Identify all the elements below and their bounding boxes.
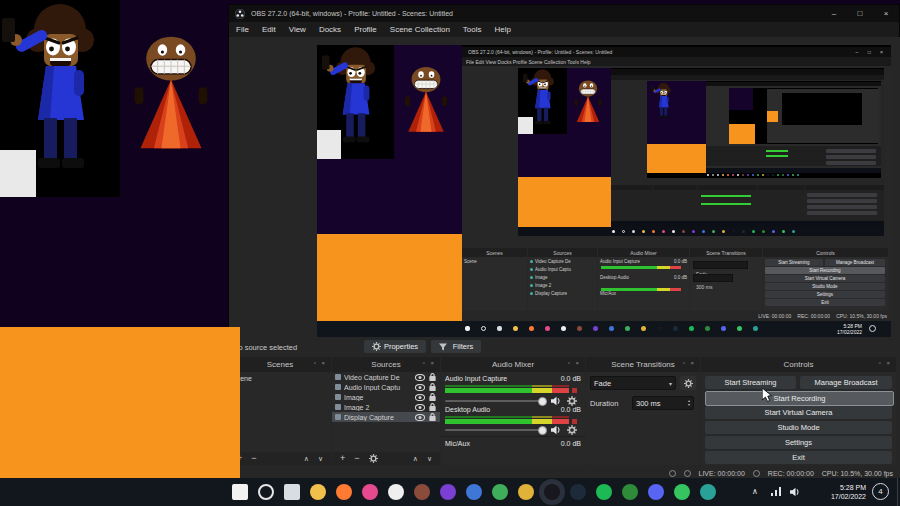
speaker-icon[interactable] bbox=[551, 425, 562, 435]
minimize-button[interactable]: – bbox=[821, 5, 847, 22]
menu-view[interactable]: View bbox=[289, 25, 306, 34]
discord-icon[interactable] bbox=[648, 484, 664, 500]
manage-broadcast-button[interactable]: Manage Broadcast bbox=[800, 376, 892, 389]
search-icon bbox=[481, 326, 486, 331]
app-brown-icon[interactable] bbox=[414, 484, 430, 500]
volume-slider[interactable] bbox=[445, 429, 545, 431]
settings-button[interactable]: Settings bbox=[705, 436, 892, 449]
search-icon bbox=[712, 174, 714, 176]
lock-icon[interactable] bbox=[428, 402, 437, 412]
taskbar-clock[interactable]: 5:28 PM 17/02/2022 bbox=[814, 483, 866, 501]
spotify-icon[interactable] bbox=[596, 484, 612, 500]
menu-scene-collection[interactable]: Scene Collection bbox=[390, 25, 450, 34]
krita-icon[interactable] bbox=[388, 484, 404, 500]
show-desktop-divider[interactable] bbox=[897, 478, 898, 506]
app-teal-icon[interactable] bbox=[700, 484, 716, 500]
app-gold-icon bbox=[762, 174, 764, 176]
transitions-header[interactable]: Scene Transitions▫ × bbox=[586, 357, 700, 372]
remove-source-icon[interactable]: − bbox=[354, 452, 359, 465]
move-scene-down-icon[interactable]: ∨ bbox=[318, 452, 323, 465]
remove-scene-icon[interactable]: − bbox=[251, 452, 256, 465]
menu-profile[interactable]: Profile bbox=[354, 25, 377, 34]
mixer-channel-name: Desktop Audio bbox=[445, 406, 490, 413]
lock-icon[interactable] bbox=[428, 372, 437, 382]
search-icon[interactable] bbox=[258, 484, 274, 500]
title-bar[interactable]: OBS 27.2.0 (64-bit, windows) - Profile: … bbox=[229, 5, 899, 22]
eye-icon[interactable] bbox=[415, 384, 425, 391]
mixer-channel-db: 0.0 dB bbox=[561, 440, 581, 447]
source-row[interactable]: Video Capture De bbox=[332, 372, 440, 382]
dock-options-icon[interactable]: ▫ × bbox=[423, 360, 436, 366]
volume-slider[interactable] bbox=[445, 400, 545, 402]
channel-settings-gear-icon[interactable] bbox=[567, 425, 577, 435]
firefox-icon[interactable] bbox=[336, 484, 352, 500]
task-view-icon[interactable] bbox=[284, 484, 300, 500]
controls-header[interactable]: Controls▫ × bbox=[701, 357, 896, 372]
exit-button[interactable]: Exit bbox=[705, 451, 892, 464]
start-streaming-button[interactable]: Start Streaming bbox=[705, 376, 796, 389]
move-source-up-icon[interactable]: ∧ bbox=[413, 452, 418, 465]
eye-icon[interactable] bbox=[415, 374, 425, 381]
source-properties-gear-icon[interactable] bbox=[369, 454, 378, 463]
app-blue-icon[interactable] bbox=[466, 484, 482, 500]
preview-canvas[interactable]: OBS 27.2.0 (64-bit, windows) - Profile: … bbox=[317, 45, 891, 337]
sources-header[interactable]: Sources▫ × bbox=[332, 357, 440, 372]
menu-edit[interactable]: Edit bbox=[262, 25, 276, 34]
mixer-header[interactable]: Audio Mixer▫ × bbox=[441, 357, 585, 372]
game-purple-icon[interactable] bbox=[440, 484, 456, 500]
cartoon-character-red-icon bbox=[124, 30, 218, 154]
eye-icon[interactable] bbox=[415, 414, 425, 421]
dock-options-icon[interactable]: ▫ × bbox=[683, 360, 696, 366]
network-icon[interactable] bbox=[770, 487, 782, 497]
lock-icon[interactable] bbox=[428, 392, 437, 402]
studio-mode-button[interactable]: Studio Mode bbox=[705, 421, 892, 434]
app-green-icon[interactable] bbox=[492, 484, 508, 500]
mixer-channel-name: Mic/Aux bbox=[445, 440, 470, 447]
menu-help[interactable]: Help bbox=[495, 25, 511, 34]
scene-list-item[interactable]: Scene bbox=[229, 372, 331, 384]
source-row-selected[interactable]: Display Capture bbox=[332, 412, 440, 422]
source-row[interactable]: Audio Input Captu bbox=[332, 382, 440, 392]
transition-select[interactable]: Fade ▾ bbox=[590, 376, 676, 390]
recursive-docks: Scenes Scene Sources Video Capture De Au… bbox=[462, 248, 891, 311]
spin-down-icon[interactable]: ▾ bbox=[688, 403, 690, 407]
orange-game-window[interactable] bbox=[0, 327, 240, 478]
menu-tools[interactable]: Tools bbox=[463, 25, 482, 34]
volume-icon[interactable] bbox=[790, 487, 801, 497]
notification-badge[interactable]: 4 bbox=[872, 483, 889, 500]
transition-properties-button[interactable] bbox=[680, 376, 696, 390]
close-button[interactable]: × bbox=[873, 5, 899, 22]
app-gold-icon[interactable] bbox=[518, 484, 534, 500]
eye-icon[interactable] bbox=[415, 404, 425, 411]
file-explorer-icon[interactable] bbox=[310, 484, 326, 500]
duration-spinner[interactable]: 300 ms ▴▾ bbox=[632, 396, 694, 410]
eye-icon[interactable] bbox=[415, 394, 425, 401]
source-row[interactable]: Image bbox=[332, 392, 440, 402]
music-app-icon[interactable] bbox=[362, 484, 378, 500]
add-source-icon[interactable]: + bbox=[340, 452, 345, 465]
move-source-down-icon[interactable]: ∨ bbox=[427, 452, 432, 465]
dock-options-icon[interactable]: ▫ × bbox=[314, 360, 327, 366]
filters-button[interactable]: Filters bbox=[431, 340, 481, 353]
rec-timer: REC: 00:00:00 bbox=[768, 470, 814, 477]
start-recording-button[interactable]: Start Recording bbox=[705, 391, 894, 406]
lock-icon[interactable] bbox=[428, 412, 437, 422]
menu-file[interactable]: File bbox=[236, 25, 249, 34]
scenes-header[interactable]: Scenes▫ × bbox=[229, 357, 331, 372]
maximize-button[interactable]: □ bbox=[847, 5, 873, 22]
whatsapp-icon[interactable] bbox=[674, 484, 690, 500]
dock-options-icon[interactable]: ▫ × bbox=[879, 360, 892, 366]
notepad-icon[interactable] bbox=[232, 484, 248, 500]
tray-expand-icon[interactable]: ∧ bbox=[752, 487, 758, 496]
volume-slider-handle[interactable] bbox=[538, 426, 547, 435]
lock-icon[interactable] bbox=[428, 382, 437, 392]
steam-icon[interactable] bbox=[570, 484, 586, 500]
sharex-icon[interactable] bbox=[622, 484, 638, 500]
obs-studio-icon[interactable] bbox=[544, 484, 560, 500]
start-virtual-camera-button[interactable]: Start Virtual Camera bbox=[705, 406, 892, 419]
source-row[interactable]: Image 2 bbox=[332, 402, 440, 412]
dock-options-icon[interactable]: ▫ × bbox=[568, 360, 581, 366]
move-scene-up-icon[interactable]: ∧ bbox=[304, 452, 309, 465]
properties-button[interactable]: Properties bbox=[364, 340, 426, 353]
menu-docks[interactable]: Docks bbox=[319, 25, 341, 34]
